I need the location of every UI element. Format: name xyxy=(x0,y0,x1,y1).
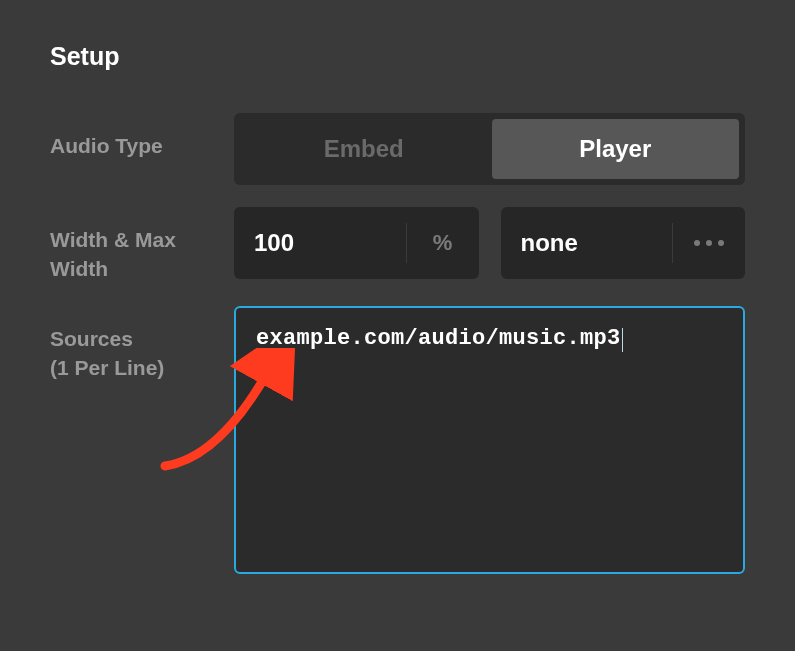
sources-label: Sources (1 Per Line) xyxy=(50,306,234,574)
text-cursor xyxy=(622,328,623,352)
player-button[interactable]: Player xyxy=(492,119,740,179)
width-unit[interactable]: % xyxy=(407,207,479,279)
sources-text: example.com/audio/music.mp3 xyxy=(256,326,621,351)
max-width-input-group[interactable]: none xyxy=(501,207,746,279)
audio-type-toggle[interactable]: Embed Player xyxy=(234,113,745,185)
audio-type-label: Audio Type xyxy=(50,113,234,185)
more-options-icon[interactable] xyxy=(673,207,745,279)
width-input-group[interactable]: 100 % xyxy=(234,207,479,279)
width-max-width-label: Width & Max Width xyxy=(50,207,234,284)
sources-textarea[interactable]: example.com/audio/music.mp3 xyxy=(234,306,745,574)
embed-button[interactable]: Embed xyxy=(240,119,488,179)
max-width-value[interactable]: none xyxy=(501,207,673,279)
width-value[interactable]: 100 xyxy=(234,207,406,279)
section-title: Setup xyxy=(50,42,745,71)
